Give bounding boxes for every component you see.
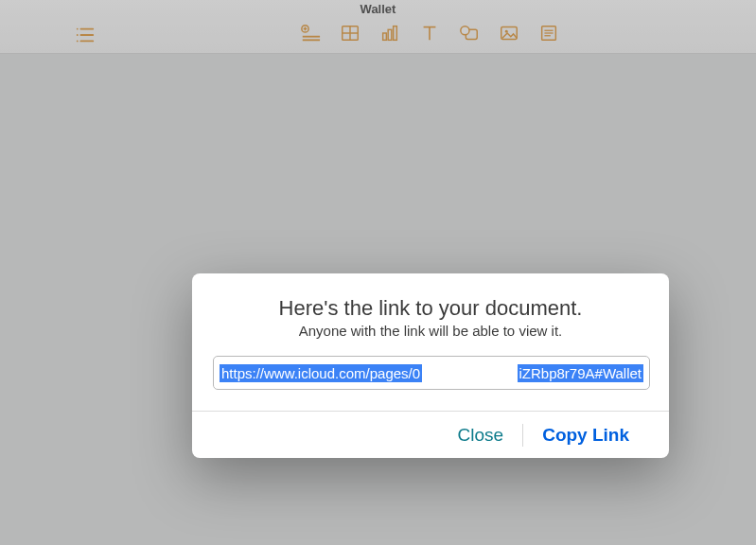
- share-link-input[interactable]: https://www.icloud.com/pages/0 iZRbp8r79…: [213, 356, 650, 390]
- close-button[interactable]: Close: [439, 419, 523, 451]
- dialog-body: Here's the link to your document. Anyone…: [192, 273, 669, 411]
- modal-overlay: [0, 0, 756, 545]
- link-selection-left: https://www.icloud.com/pages/0: [220, 364, 422, 382]
- dialog-button-row: Close Copy Link: [192, 411, 669, 458]
- link-selection-right: iZRbp8r79A#Wallet: [518, 364, 644, 382]
- dialog-subtitle: Anyone with the link will be able to vie…: [213, 323, 648, 339]
- dialog-title: Here's the link to your document.: [213, 296, 648, 321]
- share-link-dialog: Here's the link to your document. Anyone…: [192, 273, 669, 458]
- copy-link-button[interactable]: Copy Link: [523, 419, 648, 451]
